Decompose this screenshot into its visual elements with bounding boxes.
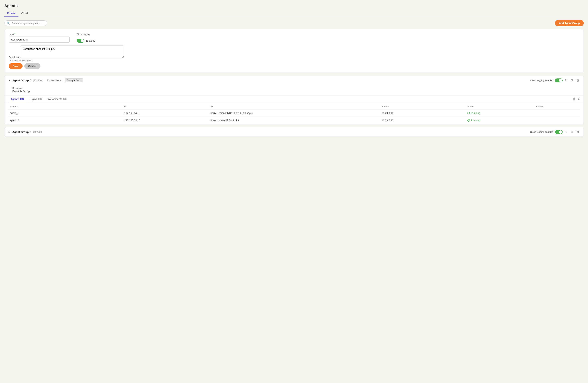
group-b-refresh-button: ↻ [564,130,568,134]
group-b-card: ► Agent Group B (192720) Cloud logging e… [4,127,584,137]
page-title: Agents [4,3,584,8]
group-a-tab-agents[interactable]: Agents 2 [8,95,26,103]
description-field-group: Description <script>document.addEventLis… [9,45,579,62]
agents-table: Name ↑ IP OS Version Status Actions agen… [8,103,580,124]
group-b-settings-button: ⚙ [570,130,574,134]
group-a-refresh-button[interactable]: ↻ [564,78,568,82]
group-b-cloud-logging-toggle[interactable] [555,130,563,134]
group-a-env-badge[interactable]: Example Env... [65,78,83,82]
col-status-header: Status [466,103,534,110]
required-star: * [15,33,15,35]
group-a-agents-table: Name ↑ IP OS Version Status Actions agen… [4,103,584,124]
group-a-header: ▼ Agent Group A (171230) Environments: E… [4,76,584,85]
group-b-id: (192720) [33,131,42,133]
status-dot [467,112,470,114]
description-textarea[interactable]: <script>document.addEventListener('DOMCo… [20,45,124,58]
cancel-button[interactable]: Cancel [24,63,41,69]
group-a-desc-value: Example Group [12,90,580,93]
description-label: Description [9,56,20,59]
group-a-inner-tabs: Agents 2 Plugins 0 Environments 1 ⊞ + [4,95,584,103]
name-label: Name* [9,33,70,35]
group-a-description: Description Example Group [4,85,584,95]
group-b-header-left: ► Agent Group B (192720) [8,130,530,134]
agent-os: Linux Debian GNU/Linux 11 (bullseye) [208,110,380,117]
search-box: 🔍 [4,21,47,26]
tab-cloud[interactable]: Cloud [19,10,31,17]
agent-version: 11.29.0.16 [380,110,465,117]
group-b-delete-button[interactable]: 🗑 [576,130,580,134]
agent-ip: 192.168.64.16 [122,117,208,124]
group-a-id: (171230) [33,79,42,82]
toolbar: 🔍 Add Agent Group [4,20,584,26]
group-b-header-right: Cloud logging enabled ↻ ⚙ 🗑 [530,130,580,134]
col-version-header: Version [380,103,465,110]
group-b-header: ► Agent Group B (192720) Cloud logging e… [4,127,584,136]
group-a-tab-environments[interactable]: Environments 1 [44,95,69,103]
group-a-delete-button[interactable]: 🗑 [576,78,580,82]
agent-status: Running [466,110,534,117]
group-a-plugins-badge: 0 [38,98,42,100]
add-agent-group-button[interactable]: Add Agent Group [555,20,584,26]
cloud-logging-group: Cloud logging Enabled [77,33,95,43]
agent-name: agent_2 [8,117,122,124]
group-a-header-left: ▼ Agent Group A (171230) Environments: E… [8,78,530,82]
save-button[interactable]: Save [9,63,22,69]
col-actions-header: Actions [534,103,580,110]
status-dot [467,119,470,122]
table-row: agent_1 192.168.64.19 Linux Debian GNU/L… [8,110,580,117]
char-limit-note: Limit up to 1024 characters. [9,59,579,62]
group-b-name: Agent Group B [12,130,31,134]
search-input[interactable] [11,22,44,24]
agent-actions [534,117,580,124]
group-a-cloud-logging-toggle[interactable] [555,78,563,82]
search-icon: 🔍 [7,22,10,24]
group-a-header-right: Cloud logging enabled ↻ ⚙ 🗑 [530,78,580,82]
name-field-group: Name* [9,33,70,43]
group-b-cloud-logging-label: Cloud logging enabled [530,131,553,133]
col-os-header: OS [208,103,380,110]
group-b-chevron[interactable]: ► [8,131,11,134]
group-a-name: Agent Group A [12,79,31,82]
group-a-environments-badge: 1 [63,98,66,100]
table-row: agent_2 192.168.64.16 Linux Ubuntu 22.04… [8,117,580,124]
group-a-grid-button[interactable]: ⊞ [572,97,576,101]
new-agent-group-form: Name* Cloud logging Enabled Description … [4,29,584,73]
tab-private[interactable]: Private [4,10,19,17]
cloud-logging-status: Enabled [86,39,95,42]
group-a-environments-label: Environments: [47,79,62,82]
group-a-card: ▼ Agent Group A (171230) Environments: E… [4,76,584,124]
group-a-tab-plugins[interactable]: Plugins 0 [26,95,44,103]
agent-ip: 192.168.64.19 [122,110,208,117]
agent-name: agent_1 [8,110,122,117]
group-a-add-agent-button[interactable]: + [577,97,580,101]
col-name-header: Name ↑ [8,103,122,110]
group-a-cloud-logging-label: Cloud logging enabled [530,79,553,82]
form-actions: Save Cancel [9,63,579,69]
col-ip-header: IP [122,103,208,110]
cloud-logging-toggle[interactable] [77,39,84,43]
sort-name-icon[interactable]: ↑ [17,106,18,108]
group-a-settings-button[interactable]: ⚙ [570,78,574,82]
group-a-desc-label: Description [12,87,580,90]
group-a-inner-tabs-right: ⊞ + [572,97,580,101]
agent-actions [534,110,580,117]
agent-status: Running [466,117,534,124]
agent-version: 11.29.0.16 [380,117,465,124]
agent-os: Linux Ubuntu 22.04.4 LTS [208,117,380,124]
group-a-chevron[interactable]: ▼ [8,79,11,82]
main-tabs: Private Cloud [4,10,584,17]
name-input[interactable] [9,37,70,43]
cloud-logging-label: Cloud logging [77,33,95,35]
group-a-agents-badge: 2 [20,98,24,100]
